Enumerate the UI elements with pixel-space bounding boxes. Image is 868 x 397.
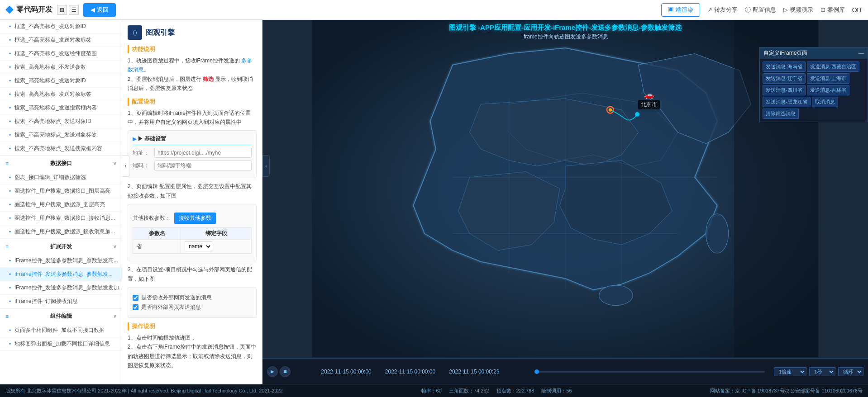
field-select[interactable]: name [185,241,212,251]
map-area: 图观引擎 -APP应用配置-应用开发-iFrame控件-发送多参数消息-参数触发… [262,20,868,384]
doc-config-step2: 2、页面编辑 配置图层属性，图层交互设置中配置其他接收参数，如下图 [128,182,257,200]
status-draw-calls: 绘制调用：56 [541,388,572,394]
play-icon: ▷ [783,6,788,13]
field-cell: name [181,240,252,254]
timeline-timestamps: 2022-11-15 00:00:00 2022-11-15 00:00:00 … [295,369,525,375]
doc-func-text: 1、轨迹图播放过程中，接收iFrame控件发送的 多参数消息。 2、图层收到消息… [128,56,257,93]
cases-action[interactable]: ⊡ 案例库 [820,6,845,14]
status-copyright: 版权所有 北京数字冰雹信息技术有限公司 2021-2022年 | All rig… [5,388,283,394]
sidebar: 框选_不高亮标点_发送对象ID 框选_不高亮标点_发送对象标签 框选_不高亮标点… [0,20,122,384]
iframe-btn-cancel[interactable]: 取消消息 [812,97,838,107]
iframe-btn-jilin[interactable]: 发送消息-吉林省 [807,85,850,95]
sidebar-item-d2[interactable]: 圈选控件_用户搜索_数据接口_图层高亮 [0,184,122,198]
view-icons: ⊞ ☰ [57,5,79,15]
beijing-label: 北京市 [638,100,660,109]
iframe-btn-heilongjiang[interactable]: 发送消息-黑龙江省 [763,97,811,107]
status-icp: 网站备案：京 ICP 备 19018737号-2 公安部案号备 11010602… [710,388,863,394]
ott-label: OtT [852,6,863,14]
timeline-play-button[interactable]: ▶ [267,366,278,377]
status-vertices: 顶点数：222,788 [496,388,534,394]
sidebar-item-s3[interactable]: 框选_不高亮标点_发送经纬度范围 [0,47,122,61]
sidebar-item-d3[interactable]: 圈选控件_用户搜索_数据源_图层高亮 [0,198,122,212]
doc-code-label: 端码： [133,162,151,170]
list-view-icon[interactable]: ☰ [69,5,79,15]
back-button[interactable]: ◀ 返回 [83,3,116,17]
sidebar-item-s8[interactable]: 搜索_不高亮地标点_发送对象ID [0,115,122,128]
doc-code-row: 端码： [133,161,252,170]
timeline-loop-select[interactable]: 循环 单次 [838,367,863,376]
beijing-icon: 🚗 [638,90,660,100]
doc-address-row: 地址： [133,148,252,158]
sidebar-item-s1[interactable]: 框选_不高亮标点_发送对象ID [0,20,122,33]
param-header: 参数名 [133,228,181,240]
doc-collapse-btn[interactable]: ‹ [262,155,270,177]
sidebar-item-s7[interactable]: 搜索_高亮地标点_发送搜索框内容 [0,101,122,115]
timeline-pause-button[interactable]: ⏹ [280,366,291,377]
chevron-data-icon: ∨ [113,161,116,166]
timeline-options: 1倍速 2倍速 0.5倍速 1秒 5秒 10秒 循环 单次 [774,367,863,376]
timeline-bar: ▶ ⏹ 2022-11-15 00:00:00 2022-11-15 00:00… [262,358,868,384]
collapse-arrow-icon[interactable]: ▶ [133,136,138,142]
sidebar-item-s10[interactable]: 搜索_不高亮地标点_发送搜索框内容 [0,142,122,156]
timeline-track[interactable] [534,371,765,373]
sidebar-item-s9[interactable]: 搜索_不高亮地标点_发送对象标签 [0,128,122,142]
video-action[interactable]: ▷ 视频演示 [783,6,813,14]
svg-point-11 [635,112,639,117]
section-icon-extend: ≡ [5,244,9,250]
doc-config-step3: 3、在项目设置-项目概况中勾选与外部网页通信的配置，如下图 [128,265,257,284]
grid-view-icon[interactable]: ⊞ [57,5,67,15]
doc-other-params-row: 其他接收参数： 接收其他参数 [133,213,252,224]
receive-other-params-button[interactable]: 接收其他参数 [174,213,216,224]
sidebar-item-e4[interactable]: iFrame控件_订阅接收消息 [0,295,122,308]
sidebar-item-d4[interactable]: 圈选控件_用户搜索_数据接口_接收消息... [0,212,122,225]
doc-address-input[interactable] [154,148,252,158]
section-icon-component: ≡ [5,313,9,320]
doc-params-table: 参数名 绑定字段 省 name [133,227,252,254]
iframe-btn-shanghai[interactable]: 发送消息-上海市 [807,73,850,84]
info-icon: ⓘ [745,6,751,14]
svg-point-12 [609,108,612,111]
svg-point-1 [706,214,729,253]
iframe-btn-liaoning[interactable]: 发送消息-辽宁省 [763,73,806,84]
config-action[interactable]: ⓘ 配置信息 [745,6,776,14]
sidebar-item-s2[interactable]: 框选_不高亮标点_发送对象标签 [0,33,122,47]
doc-logo: ⟨⟩ 图观引擎 [128,25,257,40]
iframe-minimize-icon[interactable]: — [858,50,864,57]
sidebar-item-d1[interactable]: 图表_接口编辑_详细数据筛选 [0,171,122,184]
sidebar-section-data-interface[interactable]: ≡ 数据接口 ∨ [0,156,122,171]
iframe-btn-hainan[interactable]: 发送消息-海南省 [763,61,806,72]
sidebar-item-s5[interactable]: 搜索_高亮地标点_发送对象ID [0,74,122,88]
checkbox-receive-external[interactable] [133,295,138,301]
iframe-btn-clear[interactable]: 清除筛选消息 [763,109,799,119]
iframe-btn-sichuan[interactable]: 发送消息-四川省 [763,85,806,95]
share-action[interactable]: ↗ 转发分享 [707,6,738,14]
sidebar-item-s6[interactable]: 搜索_高亮地标点_发送对象标签 [0,88,122,101]
doc-code-input[interactable] [154,161,252,170]
sidebar-collapse-btn[interactable]: ‹ [122,155,129,177]
timeline-interval-select[interactable]: 1秒 5秒 10秒 [809,367,835,376]
iframe-btn-xizang[interactable]: 发送消息-西藏自治区 [807,61,860,72]
sidebar-item-e2[interactable]: iFrame控件_发送多参数消息_参数触发... [0,268,122,281]
render-button[interactable]: ▣ 端渲染 [661,3,700,17]
sidebar-section-extend-dev[interactable]: ≡ 扩展开发 ∨ [0,239,122,254]
checkbox-send-external[interactable] [133,304,138,310]
timeline-controls: ▶ ⏹ [267,366,291,377]
sidebar-item-s4[interactable]: 搜索_高亮地标点_不发送参数 [0,61,122,74]
doc-basic-settings-box: ▶ ▶ 基础设置 地址： 端码： [128,130,257,178]
iframe-panel-buttons: 发送消息-海南省 发送消息-西藏自治区 发送消息-辽宁省 发送消息-上海市 发送… [760,59,868,122]
status-stats: 帧率：60 三角面数：74,262 顶点数：222,788 绘制调用：56 [421,388,572,394]
doc-basic-settings-title: ▶ ▶ 基础设置 [133,135,252,145]
sidebar-item-e3[interactable]: iFrame控件_发送多参数消息_参数触发发加... [0,281,122,295]
top-bar-left: 零代码开发 ⊞ ☰ ◀ 返回 [5,3,116,17]
map-subtitle: iframe控件向轨迹图发送多参数消息 [262,33,868,41]
doc-checkbox-send-row: 是否向外部网页发送消息 [133,303,252,311]
svg-point-2 [599,285,633,306]
sidebar-section-component-edit[interactable]: ≡ 组件编辑 ∨ [0,308,122,324]
iframe-panel-header: 自定义iFrame页面 — [760,47,868,59]
sidebar-item-e1[interactable]: iFrame控件_发送多参数消息_参数触发高... [0,254,122,268]
sidebar-item-c2[interactable]: 地标图弹出面板_加载不同接口详细信息 [0,337,122,351]
sidebar-item-d5[interactable]: 圈选控件_用户搜索_数据源_接收消息加... [0,225,122,239]
sidebar-item-c1[interactable]: 页面多个相同组件_加载不同接口数据 [0,324,122,337]
timeline-speed-select[interactable]: 1倍速 2倍速 0.5倍速 [774,367,806,376]
iframe-panel: 自定义iFrame页面 — 发送消息-海南省 发送消息-西藏自治区 发送消息-辽… [759,47,868,122]
